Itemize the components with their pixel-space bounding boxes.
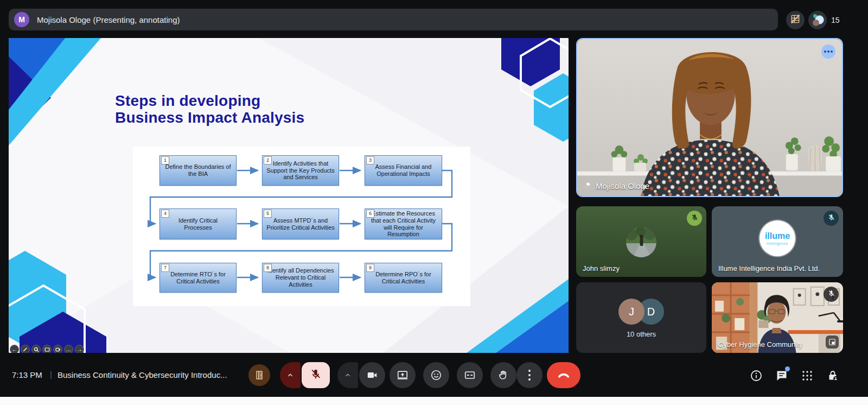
step-text: Identify Critical Processes bbox=[164, 217, 232, 231]
video-feed-presenter bbox=[577, 39, 842, 196]
step-number: 6 bbox=[366, 210, 374, 218]
step-number: 3 bbox=[366, 156, 374, 164]
video-tile-illume[interactable]: illume Intelligence Illume Intelligence … bbox=[712, 206, 843, 277]
step-number: 8 bbox=[264, 264, 272, 272]
meet-window: M Mojisola Ologe (Presenting, annotating… bbox=[0, 0, 868, 405]
camera-on-icon bbox=[366, 369, 378, 381]
chat-notification-dot bbox=[785, 366, 790, 371]
step-number: 5 bbox=[264, 210, 272, 218]
magnifier-icon[interactable] bbox=[31, 345, 41, 353]
whiteboard-off-icon bbox=[790, 14, 801, 27]
forward-arrow-icon[interactable]: → bbox=[75, 345, 84, 353]
flow-step-5: 5Assess MTPD´s and Prioritize Critical A… bbox=[262, 208, 339, 239]
chevron-up-icon bbox=[286, 371, 294, 379]
step-text: Identify Activities that Support the Key… bbox=[266, 160, 335, 181]
pen-icon[interactable] bbox=[21, 345, 30, 353]
presenter-pill[interactable]: M Mojisola Ologe (Presenting, annotating… bbox=[9, 9, 778, 30]
step-number: 7 bbox=[161, 264, 169, 272]
meeting-title: Business Continuity & Cybersecurity Intr… bbox=[58, 370, 227, 379]
mic-off-icon bbox=[310, 368, 322, 382]
participant-name: Illume Intelligence India Pvt. Ltd. bbox=[718, 264, 820, 273]
step-text: Identify all Dependencies Relevant to Cr… bbox=[266, 267, 335, 288]
presenter-label: Mojisola Ologe (Presenting, annotating) bbox=[37, 15, 180, 24]
call-end-icon bbox=[557, 368, 571, 382]
present-control bbox=[390, 362, 416, 388]
back-arrow-icon[interactable]: ← bbox=[10, 345, 19, 353]
vertical-dots-icon bbox=[528, 370, 531, 381]
board-icon[interactable] bbox=[42, 345, 52, 353]
flow-step-7: 7Determine RTO´s for Critical Activities bbox=[159, 263, 237, 293]
video-tile-cyber-hygiene[interactable]: Cyber Hygiene Community bbox=[712, 282, 843, 353]
participant-name: Mojisola Ologe bbox=[584, 181, 649, 191]
mic-muted-badge bbox=[824, 287, 839, 302]
host-controls-button[interactable] bbox=[826, 369, 839, 382]
mic-off-icon bbox=[691, 213, 699, 224]
camera-options-button[interactable] bbox=[337, 362, 358, 388]
mic-off-icon bbox=[827, 213, 835, 224]
participant-name: John slimzy bbox=[583, 264, 620, 273]
step-text: Assess Financial and Operational Impacts bbox=[369, 163, 438, 178]
flow-step-8: 8Identify all Dependencies Relevant to C… bbox=[262, 263, 339, 293]
camera-control-group bbox=[337, 362, 385, 388]
fullscreen-icon bbox=[828, 338, 836, 346]
flow-step-6: 6Estimate the Resources that each Critic… bbox=[365, 208, 442, 239]
flowchart-connectors bbox=[9, 38, 569, 353]
chevron-up-icon bbox=[344, 371, 352, 379]
separator: | bbox=[50, 370, 52, 379]
camera-icon[interactable] bbox=[53, 345, 62, 353]
video-tile-mojisola[interactable]: Mojisola Ologe bbox=[576, 38, 843, 197]
flow-step-3: 3Assess Financial and Operational Impact… bbox=[365, 155, 442, 186]
tile-options-button[interactable] bbox=[821, 45, 835, 59]
effects-off-button[interactable] bbox=[786, 11, 805, 29]
mic-muted-badge bbox=[687, 211, 702, 226]
leave-call-button[interactable] bbox=[547, 362, 580, 388]
step-text: Define the Boundaries of the BIA bbox=[164, 163, 232, 178]
breakout-room-button[interactable] bbox=[248, 364, 270, 386]
door-icon bbox=[254, 370, 265, 381]
illume-logo: illume Intelligence bbox=[760, 220, 795, 256]
participants-chip[interactable]: 15 bbox=[808, 11, 840, 29]
meeting-details-button[interactable] bbox=[750, 369, 763, 382]
avatar-j: J bbox=[618, 299, 644, 325]
emoji-icon bbox=[430, 369, 442, 381]
captions-button[interactable] bbox=[457, 362, 483, 388]
more-participants-label: 10 others bbox=[576, 330, 706, 338]
mic-muted-badge bbox=[824, 211, 839, 226]
more-options-button[interactable] bbox=[516, 362, 542, 388]
expand-tile-button[interactable] bbox=[826, 336, 839, 349]
activities-button[interactable] bbox=[801, 369, 814, 382]
more-icon[interactable]: … bbox=[64, 345, 73, 353]
bottom-edge-strip bbox=[0, 397, 868, 405]
step-text: Assess MTPD´s and Prioritize Critical Ac… bbox=[266, 217, 335, 231]
present-screen-icon bbox=[397, 369, 409, 381]
mic-off-icon bbox=[827, 289, 835, 300]
pin-icon bbox=[584, 181, 591, 191]
captions-control bbox=[457, 362, 483, 388]
flow-step-1: 1Define the Boundaries of the BIA bbox=[159, 155, 237, 186]
tile-more-participants[interactable]: J D 10 others bbox=[576, 282, 706, 353]
info-icon bbox=[750, 369, 763, 382]
participant-avatars-icon bbox=[808, 11, 827, 29]
apps-grid-icon bbox=[801, 369, 814, 382]
raise-hand-control bbox=[490, 362, 516, 388]
camera-button[interactable] bbox=[359, 362, 385, 388]
present-button[interactable] bbox=[390, 362, 416, 388]
flow-step-4: 4Identify Critical Processes bbox=[159, 208, 237, 239]
step-text: Determine RPO´s for Critical Activities bbox=[369, 271, 438, 285]
lock-icon bbox=[826, 369, 839, 382]
presented-slide: Steps in developing Business Impact Anal… bbox=[9, 38, 569, 353]
raise-hand-button[interactable] bbox=[490, 362, 516, 388]
captions-icon bbox=[464, 369, 476, 381]
mic-control-group bbox=[280, 362, 330, 388]
video-tile-john[interactable]: John slimzy bbox=[576, 206, 706, 277]
flow-step-2: 2Identify Activities that Support the Ke… bbox=[262, 155, 339, 186]
step-text: Estimate the Resources that each Critica… bbox=[369, 210, 438, 238]
clock: 7:13 PM bbox=[12, 370, 42, 379]
step-text: Determine RTO´s for Critical Activities bbox=[164, 271, 232, 285]
mic-mute-button[interactable] bbox=[302, 362, 330, 388]
flow-step-9: 9Determine RPO´s for Critical Activities bbox=[365, 263, 442, 293]
reactions-button[interactable] bbox=[423, 362, 449, 388]
step-number: 4 bbox=[161, 210, 169, 218]
annotation-toolbar: ← … → bbox=[10, 345, 84, 353]
mic-options-button[interactable] bbox=[280, 362, 301, 388]
